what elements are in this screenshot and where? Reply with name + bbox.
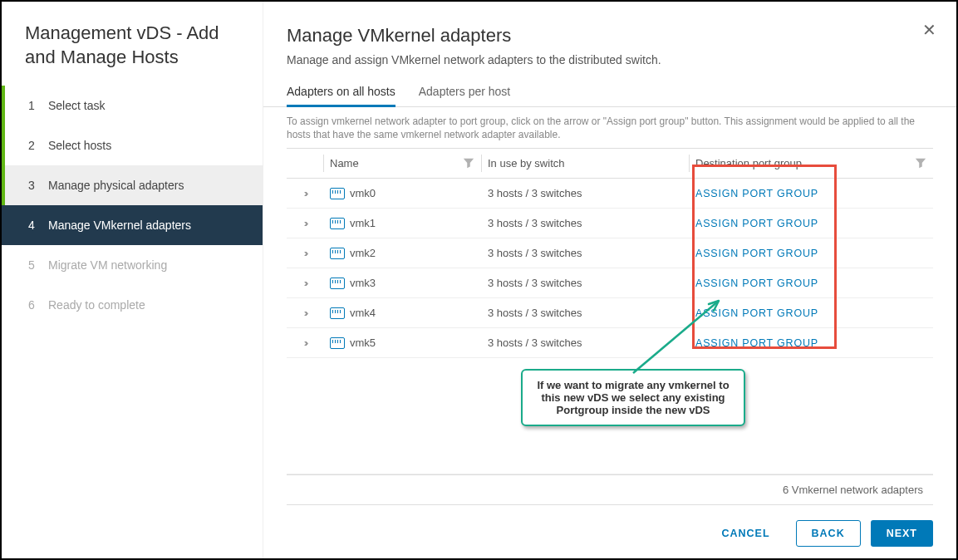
col-in-use[interactable]: In use by switch [481,149,689,179]
table-footer-count: 6 Vmkernel network adapters [287,474,933,505]
expand-icon[interactable]: ›› [304,336,307,349]
col-label: Name [330,157,359,169]
nic-icon [330,278,345,289]
step-number: 5 [28,258,48,272]
wizard-title: Management vDS - Add and Manage Hosts [2,22,263,86]
tab-label: Adapters per host [419,85,511,98]
assign-port-group-link[interactable]: ASSIGN PORT GROUP [695,188,818,199]
table-row: ››vmk23 hosts / 3 switchesASSIGN PORT GR… [287,238,933,268]
filter-icon[interactable] [915,157,926,169]
close-icon[interactable]: ✕ [922,22,936,38]
nic-icon [330,307,345,319]
switch-usage: 3 hosts / 3 switches [488,217,582,229]
expand-icon[interactable]: ›› [304,277,307,289]
tabs: Adapters on all hosts Adapters per host [263,76,956,107]
page-subtitle: Manage and assign VMkernel network adapt… [287,53,933,66]
expand-icon[interactable]: ›› [304,217,307,229]
back-button[interactable]: BACK [796,520,861,547]
col-expand [287,149,323,179]
nic-icon [330,337,345,349]
switch-usage: 3 hosts / 3 switches [488,247,582,259]
step-label: Migrate VM networking [48,258,167,272]
step-select-hosts[interactable]: 2 Select hosts [2,125,263,165]
cancel-button[interactable]: CANCEL [705,520,785,547]
annotation-callout: If we want to migrate any vmkernel to th… [521,369,745,426]
assign-port-group-link[interactable]: ASSIGN PORT GROUP [695,248,818,259]
assign-port-group-link[interactable]: ASSIGN PORT GROUP [695,218,818,229]
switch-usage: 3 hosts / 3 switches [488,277,582,289]
col-label: Destination port group [695,157,802,169]
next-button[interactable]: NEXT [871,520,933,547]
step-label: Ready to complete [48,298,145,312]
adapter-name: vmk1 [350,217,376,229]
col-dest[interactable]: Destination port group [689,149,933,179]
main-panel: ✕ Manage VMkernel adapters Manage and as… [263,2,956,558]
nic-icon [330,248,345,259]
switch-usage: 3 hosts / 3 switches [488,336,582,349]
adapter-name: vmk0 [350,187,376,199]
step-number: 1 [28,99,48,112]
adapter-name: vmk4 [350,307,376,319]
instruction-text: To assign vmkernel network adapter to po… [263,107,956,148]
col-label: In use by switch [488,157,565,169]
step-label: Manage VMkernel adapters [48,219,191,232]
step-manage-physical[interactable]: 3 Manage physical adapters [2,165,263,205]
adapter-name: vmk3 [350,277,376,289]
step-label: Select hosts [48,139,111,152]
switch-usage: 3 hosts / 3 switches [488,307,582,319]
step-manage-vmkernel[interactable]: 4 Manage VMkernel adapters [2,205,263,245]
step-label: Select task [48,99,105,112]
adapter-name: vmk5 [350,336,376,349]
expand-icon[interactable]: ›› [304,187,307,199]
expand-icon[interactable]: ›› [304,307,307,319]
nic-icon [330,218,345,229]
button-bar: CANCEL BACK NEXT [263,505,956,560]
assign-port-group-link[interactable]: ASSIGN PORT GROUP [695,337,818,349]
table-row: ››vmk03 hosts / 3 switchesASSIGN PORT GR… [287,179,933,209]
table-row: ››vmk43 hosts / 3 switchesASSIGN PORT GR… [287,298,933,328]
nic-icon [330,188,345,199]
step-number: 4 [28,219,48,232]
step-label: Manage physical adapters [48,179,184,192]
filter-icon[interactable] [463,157,474,169]
expand-icon[interactable]: ›› [304,247,307,259]
step-ready[interactable]: 6 Ready to complete [2,285,263,325]
table-row: ››vmk53 hosts / 3 switchesASSIGN PORT GR… [287,328,933,358]
wizard-sidebar: Management vDS - Add and Manage Hosts 1 … [2,2,263,558]
wizard-steps: 1 Select task 2 Select hosts 3 Manage ph… [2,86,263,325]
tab-adapters-per-host[interactable]: Adapters per host [419,76,511,107]
tab-adapters-all-hosts[interactable]: Adapters on all hosts [287,76,395,107]
switch-usage: 3 hosts / 3 switches [488,187,582,199]
step-select-task[interactable]: 1 Select task [2,86,263,125]
assign-port-group-link[interactable]: ASSIGN PORT GROUP [695,278,818,289]
step-number: 2 [28,139,48,152]
step-number: 6 [28,298,48,312]
adapter-name: vmk2 [350,247,376,259]
table-row: ››vmk13 hosts / 3 switchesASSIGN PORT GR… [287,209,933,238]
assign-port-group-link[interactable]: ASSIGN PORT GROUP [695,307,818,319]
step-migrate-vm[interactable]: 5 Migrate VM networking [2,245,263,285]
page-title: Manage VMkernel adapters [287,25,933,47]
table-row: ››vmk33 hosts / 3 switchesASSIGN PORT GR… [287,268,933,298]
tab-label: Adapters on all hosts [287,85,395,98]
col-name[interactable]: Name [323,149,481,179]
step-number: 3 [28,179,48,192]
